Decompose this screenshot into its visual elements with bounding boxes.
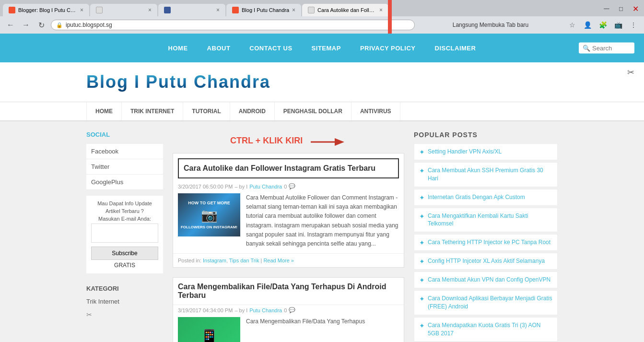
popular-link-3[interactable]: Cara Mengaktifkan Kembali Kartu Sakti Te… bbox=[428, 212, 552, 228]
browser-tab-cara[interactable]: Cara Autolike dan Follov... × bbox=[302, 4, 388, 16]
popular-item-6: ✦ Cara Membuat Akun VPN dan Config OpenV… bbox=[414, 271, 558, 288]
nav-back-button[interactable]: ← bbox=[5, 19, 16, 31]
topnav-privacy[interactable]: PRIVACY POLICY bbox=[351, 45, 425, 52]
kategori-trik-internet[interactable]: Trik Internet bbox=[86, 296, 163, 307]
tab-favicon-3 bbox=[164, 7, 171, 13]
svg-marker-3 bbox=[335, 138, 344, 146]
popular-link-2[interactable]: Internetan Gratis Dengan Apk Custom bbox=[428, 193, 525, 201]
nav-refresh-button[interactable]: ↻ bbox=[35, 19, 47, 31]
topnav-contact[interactable]: CONTACT US bbox=[240, 45, 302, 52]
popular-link-4[interactable]: Cara Tethering HTTP Injector ke PC Tanpa… bbox=[428, 238, 550, 247]
kategori-title: KATEGORI bbox=[86, 285, 163, 292]
tab-close-2[interactable]: × bbox=[148, 7, 152, 13]
post2-author[interactable]: Putu Chandra bbox=[249, 307, 282, 313]
search-icon: 🔍 bbox=[583, 45, 590, 52]
post1-cat-tips[interactable]: Tips dan Trik bbox=[229, 258, 259, 263]
post1-cat-instagram[interactable]: Instagram bbox=[203, 258, 226, 263]
popular-item-2: ✦ Internetan Gratis Dengan Apk Custom bbox=[414, 189, 558, 206]
topnav-disclaimer[interactable]: DISCLAIMER bbox=[425, 45, 486, 52]
subnav-trik[interactable]: TRIK INTERNET bbox=[122, 102, 183, 120]
ctrl-hint-arrow-svg bbox=[308, 135, 347, 149]
popular-link-8[interactable]: Cara Mendapatkan Kuota Gratis Tri (3) AO… bbox=[428, 321, 552, 338]
tools-icon[interactable]: ✂ bbox=[627, 67, 634, 78]
popular-link-0[interactable]: Setting Handler VPN Axis/XL bbox=[428, 148, 502, 156]
bookmark-button[interactable]: ☆ bbox=[566, 19, 578, 31]
sidebar-twitter[interactable]: Twitter bbox=[86, 159, 163, 175]
popular-bullet-1: ✦ bbox=[419, 167, 425, 175]
popular-bullet-5: ✦ bbox=[419, 258, 425, 265]
topnav-sitemap[interactable]: SITEMAP bbox=[302, 45, 351, 52]
popular-bullet-4: ✦ bbox=[419, 239, 425, 247]
sidebar-googleplus[interactable]: GooglePlus bbox=[86, 175, 163, 190]
window-minimize-button[interactable]: ─ bbox=[601, 3, 612, 14]
comment-icon-1: 💬 bbox=[289, 183, 295, 189]
popular-link-1[interactable]: Cara Membuat Akun SSH Premium Gratis 30 … bbox=[428, 166, 552, 183]
settings-button[interactable]: ⋮ bbox=[628, 19, 639, 31]
popular-link-6[interactable]: Cara Membuat Akun VPN dan Config OpenVPN bbox=[428, 276, 550, 284]
popular-link-5[interactable]: Config HTTP Injcetor XL Axis Aktif Selam… bbox=[428, 257, 545, 265]
ctrl-hint-wrapper: CTRL + KLIK KIRI bbox=[173, 131, 404, 153]
popular-bullet-0: ✦ bbox=[419, 148, 425, 156]
window-maximize-button[interactable]: ◻ bbox=[615, 3, 627, 14]
post1-title-link[interactable]: Cara Autolike dan Follower Instagram Gra… bbox=[184, 164, 375, 172]
topnav-about[interactable]: ABOUT bbox=[198, 45, 240, 52]
post1-comment-count: 0 bbox=[284, 184, 287, 189]
tab-close-blogger[interactable]: × bbox=[80, 7, 83, 13]
subnav-home[interactable]: HOME bbox=[86, 102, 122, 120]
tab-title-cara: Cara Autolike dan Follov... bbox=[317, 7, 376, 13]
browser-tab-blogger[interactable]: Blogger: Blog I Putu Cha... × bbox=[3, 4, 89, 16]
post-card-1: Cara Autolike dan Follower Instagram Gra… bbox=[173, 153, 404, 268]
popular-bullet-2: ✦ bbox=[419, 194, 425, 201]
sidebar-facebook[interactable]: Facebook bbox=[86, 144, 163, 159]
browser-tab-blog[interactable]: Blog I Putu Chandra × bbox=[226, 4, 301, 16]
user-profile-button[interactable]: 👤 bbox=[582, 19, 593, 31]
browser-tab-3[interactable]: × bbox=[158, 4, 225, 16]
extensions-button[interactable]: 🧩 bbox=[597, 19, 609, 31]
post1-read-more[interactable]: Read More » bbox=[263, 258, 294, 263]
tab-title-blog: Blog I Putu Chandra bbox=[242, 7, 289, 13]
comment-icon-2: 💬 bbox=[289, 307, 295, 313]
email-input[interactable] bbox=[91, 224, 158, 243]
popular-bullet-6: ✦ bbox=[419, 276, 425, 284]
post1-meta: 3/20/2017 06:50:00 PM – by I Putu Chandr… bbox=[173, 183, 404, 193]
topnav-home[interactable]: HOME bbox=[159, 45, 198, 52]
tab-close-cara[interactable]: × bbox=[379, 7, 383, 13]
tab-title-blogger: Blogger: Blog I Putu Cha... bbox=[18, 7, 77, 13]
popular-bullet-3: ✦ bbox=[419, 212, 425, 220]
post1-body: HOW TO GET MORE 📷 FOLLOWERS ON INSTAGRAM… bbox=[173, 193, 404, 253]
topnav-links: HOME ABOUT CONTACT US SITEMAP PRIVACY PO… bbox=[159, 45, 486, 52]
subnav-android[interactable]: ANDROID bbox=[230, 102, 275, 120]
sidebar: SOCIAL Facebook Twitter GooglePlus Mau D… bbox=[86, 131, 163, 342]
tab-close-blog[interactable]: × bbox=[292, 7, 295, 13]
search-input[interactable] bbox=[592, 45, 631, 52]
browser-tab-2[interactable]: × bbox=[90, 4, 157, 16]
popular-bullet-7: ✦ bbox=[419, 295, 425, 303]
subnav-tutorial[interactable]: TUTORIAL bbox=[183, 102, 230, 120]
site-topnav: HOME ABOUT CONTACT US SITEMAP PRIVACY PO… bbox=[0, 34, 644, 62]
popular-item-7: ✦ Cara Download Aplikasi Berbayar Menjad… bbox=[414, 290, 558, 315]
site-subnav: HOME TRIK INTERNET TUTORIAL ANDROID PENG… bbox=[0, 102, 644, 121]
tab-favicon-blog bbox=[232, 7, 239, 13]
post2-excerpt: Cara Mengembalikan File/Data Yang Terhap… bbox=[246, 317, 365, 342]
main-content: SOCIAL Facebook Twitter GooglePlus Mau D… bbox=[0, 121, 644, 342]
subscribe-button[interactable]: Subscribe bbox=[91, 247, 158, 260]
cast-button[interactable]: 📺 bbox=[612, 19, 624, 31]
popular-link-7[interactable]: Cara Download Aplikasi Berbayar Menjadi … bbox=[428, 295, 552, 311]
sidebar-tools-icon[interactable]: ✂ bbox=[86, 311, 163, 318]
post2-title-link[interactable]: Cara Mengembalikan File/Data Yang Terhap… bbox=[178, 283, 386, 299]
popular-posts-title: POPULAR POSTS bbox=[414, 131, 558, 139]
subnav-antivirus[interactable]: ANTIVIRUS bbox=[351, 102, 400, 120]
url-bar[interactable]: 🔒 iputuc.blogspot.sg bbox=[51, 20, 415, 30]
post2-meta: 3/19/2017 04:34:00 PM – by I Putu Chandr… bbox=[173, 305, 404, 317]
security-icon: 🔒 bbox=[56, 22, 63, 28]
post2-title-bar: Cara Mengembalikan File/Data Yang Terhap… bbox=[173, 278, 404, 305]
nav-forward-button[interactable]: → bbox=[20, 19, 32, 31]
url-text: iputuc.blogspot.sg bbox=[66, 22, 112, 28]
subnav-dollar[interactable]: PENGHASIL DOLLAR bbox=[275, 102, 351, 120]
email-widget-line1: Mau Dapat Info Update bbox=[91, 200, 158, 206]
window-close-button[interactable]: ✕ bbox=[630, 3, 641, 14]
tab-close-3[interactable]: × bbox=[216, 7, 220, 13]
post1-author[interactable]: Putu Chandra bbox=[249, 184, 282, 189]
popular-item-4: ✦ Cara Tethering HTTP Injector ke PC Tan… bbox=[414, 234, 558, 251]
post-card-2: Cara Mengembalikan File/Data Yang Terhap… bbox=[173, 277, 404, 342]
